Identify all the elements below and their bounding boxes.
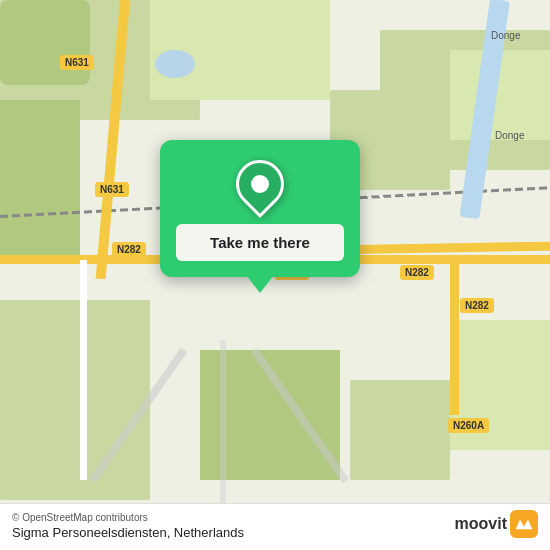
take-me-there-button[interactable]: Take me there: [176, 224, 344, 261]
road-label-donge-2: Donge: [490, 128, 529, 143]
moovit-icon: [510, 510, 538, 538]
road-n282-south: [450, 255, 459, 415]
map-container: N631 N631 N282 N282 N282 N282 N260A Dong…: [0, 0, 550, 550]
road-label-n282-3: N282: [400, 265, 434, 280]
copyright-text: © OpenStreetMap contributors: [12, 512, 148, 523]
bottom-bar: © OpenStreetMap contributors Sigma Perso…: [0, 503, 550, 550]
popup-card: Take me there: [160, 140, 360, 277]
road-label-n631-2: N631: [95, 182, 129, 197]
terrain-field: [0, 300, 150, 500]
road-label-n282-1: N282: [112, 242, 146, 257]
terrain-field: [0, 0, 90, 85]
road-label-n282-4: N282: [460, 298, 494, 313]
road-label-donge-1: Donge: [486, 28, 525, 43]
moovit-logo: moovit: [455, 510, 538, 538]
road-label-n260a: N260A: [448, 418, 489, 433]
terrain-field: [0, 100, 80, 260]
moovit-text: moovit: [455, 515, 507, 533]
terrain-field: [350, 380, 450, 480]
airport-strip: [220, 340, 226, 520]
moovit-logo-svg: [513, 513, 535, 535]
road-label-n631-1: N631: [60, 55, 94, 70]
road-local: [80, 260, 87, 480]
water-body: [155, 50, 195, 78]
svg-rect-0: [513, 513, 535, 535]
location-pin-icon: [226, 150, 294, 218]
